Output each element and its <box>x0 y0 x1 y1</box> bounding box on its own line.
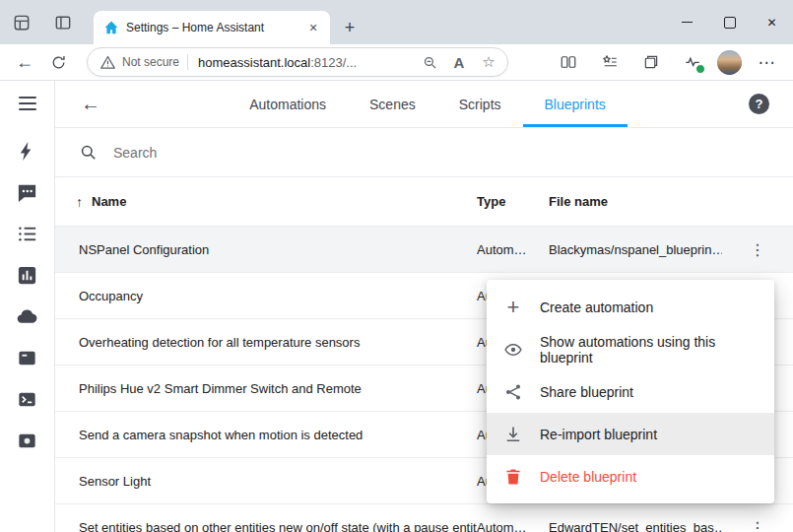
window-maximize-button[interactable] <box>708 0 751 44</box>
ha-back-button[interactable]: ← <box>75 93 106 115</box>
blueprint-name: Set entities based on other entities new… <box>55 520 477 532</box>
url-text[interactable]: homeassistant.local:8123/... <box>198 55 357 70</box>
tab-actions-icon[interactable] <box>53 13 73 33</box>
search-input[interactable] <box>111 144 769 162</box>
favorite-star-icon[interactable]: ☆ <box>480 53 497 71</box>
workspaces-icon[interactable] <box>12 13 32 33</box>
new-tab-button[interactable]: + <box>338 16 362 39</box>
window-controls: ✕ <box>666 0 793 44</box>
profile-avatar[interactable] <box>717 50 742 75</box>
collections-icon[interactable] <box>634 47 668 77</box>
more-menu-icon[interactable]: ⋯ <box>750 47 783 77</box>
addon-icon-1[interactable] <box>16 347 38 369</box>
menu-item-label: Share blueprint <box>540 384 633 400</box>
essentials-badge <box>695 64 705 74</box>
column-header-file[interactable]: File name <box>549 194 722 209</box>
import-icon <box>502 425 524 444</box>
blueprint-name: Sensor Light <box>55 474 477 489</box>
menu-item-label: Create automation <box>540 299 653 315</box>
tab-blueprints[interactable]: Blueprints <box>523 81 628 127</box>
home-assistant-logo-icon <box>103 20 119 35</box>
maximize-icon <box>724 17 736 29</box>
plus-icon: + <box>502 295 524 320</box>
tab-scenes[interactable]: Scenes <box>348 81 437 127</box>
search-icon <box>79 143 98 162</box>
todo-list-icon[interactable] <box>16 223 38 245</box>
blueprint-name: Occupancy <box>55 289 477 303</box>
ha-header: ← Automations Scenes Scripts Blueprints … <box>55 81 793 128</box>
search-row <box>55 128 793 177</box>
column-header-name[interactable]: ↑ Name <box>55 194 477 210</box>
minimize-icon <box>682 22 693 23</box>
menu-item-delete-blueprint[interactable]: Delete blueprint <box>487 455 774 498</box>
eye-icon <box>502 340 524 360</box>
tab-scripts[interactable]: Scripts <box>437 81 523 127</box>
blueprint-type: Autom… <box>477 520 549 532</box>
window-close-button[interactable]: ✕ <box>751 0 793 44</box>
share-icon <box>502 382 524 402</box>
menu-item-label: Show automations using this blueprint <box>540 334 759 366</box>
blueprint-context-menu: + Create automation Show automations usi… <box>487 280 774 503</box>
url-path: :8123/... <box>310 55 357 70</box>
browser-window: Settings – Home Assistant × + ✕ ← Not se… <box>0 0 793 532</box>
url-host: homeassistant.local <box>198 55 310 70</box>
blueprint-name: Philips Hue v2 Smart Dimmer Switch and R… <box>55 381 477 396</box>
help-icon[interactable]: ? <box>749 94 769 114</box>
table-row[interactable]: Set entities based on other entities new… <box>55 504 793 532</box>
blueprint-name: NSPanel Configuration <box>55 242 477 257</box>
table-row[interactable]: NSPanel Configuration Autom… Blackymas/n… <box>55 227 793 273</box>
energy-icon[interactable] <box>16 140 38 163</box>
menu-item-share-blueprint[interactable]: Share blueprint <box>487 370 774 413</box>
cloud-icon[interactable] <box>16 305 38 328</box>
split-screen-icon[interactable] <box>552 47 585 77</box>
tab-automations[interactable]: Automations <box>228 81 348 127</box>
column-header-type[interactable]: Type <box>477 194 549 209</box>
addon-icon-2[interactable] <box>16 388 38 411</box>
tab-close-icon[interactable]: × <box>304 19 322 36</box>
row-overflow-icon[interactable]: ⋮ <box>741 510 774 532</box>
blueprint-file: Blackymas/nspanel_blueprin… <box>549 242 722 257</box>
history-icon[interactable] <box>16 264 38 287</box>
menu-item-create-automation[interactable]: + Create automation <box>487 286 774 328</box>
security-label[interactable]: Not secure <box>122 55 179 69</box>
favorites-icon[interactable] <box>593 47 627 77</box>
blueprint-file: EdwardTEN/set_entities_bas… <box>549 520 722 532</box>
browser-back-button[interactable]: ← <box>8 47 41 77</box>
read-aloud-icon[interactable]: A <box>450 53 468 71</box>
not-secure-warning-icon <box>99 54 116 71</box>
address-bar[interactable]: Not secure homeassistant.local:8123/... … <box>87 47 508 77</box>
browser-tab[interactable]: Settings – Home Assistant × <box>94 11 330 44</box>
sort-ascending-icon: ↑ <box>76 194 83 210</box>
sidebar-menu-icon[interactable] <box>19 97 36 110</box>
window-minimize-button[interactable] <box>666 0 708 44</box>
row-overflow-icon[interactable]: ⋮ <box>741 233 774 266</box>
menu-item-reimport-blueprint[interactable]: Re-import blueprint <box>487 413 774 455</box>
browser-toolbar: ← Not secure homeassistant.local:8123/..… <box>0 44 793 81</box>
tab-title: Settings – Home Assistant <box>126 21 304 34</box>
menu-item-label: Re-import blueprint <box>540 427 657 442</box>
addon-icon-3[interactable] <box>16 430 38 452</box>
menu-item-show-automations[interactable]: Show automations using this blueprint <box>487 328 774 370</box>
toolbar-right-cluster: ⋯ <box>552 47 785 77</box>
ha-sidebar <box>0 81 55 532</box>
blueprint-name: Overheating detection for all temperatur… <box>55 335 477 350</box>
ha-tab-bar: Automations Scenes Scripts Blueprints <box>106 81 749 127</box>
refresh-button[interactable] <box>41 47 75 77</box>
assist-icon[interactable] <box>16 181 38 204</box>
blueprint-name: Send a camera snapshot when motion is de… <box>55 428 477 442</box>
table-header: ↑ Name Type File name <box>55 177 793 227</box>
browser-essentials-icon[interactable] <box>676 47 709 77</box>
divider <box>187 54 188 70</box>
menu-item-label: Delete blueprint <box>540 469 636 485</box>
blueprint-type: Autom… <box>477 242 549 257</box>
delete-icon <box>502 467 524 487</box>
zoom-icon[interactable] <box>421 53 438 71</box>
titlebar: Settings – Home Assistant × + ✕ <box>0 0 793 44</box>
column-name-label: Name <box>92 194 126 209</box>
